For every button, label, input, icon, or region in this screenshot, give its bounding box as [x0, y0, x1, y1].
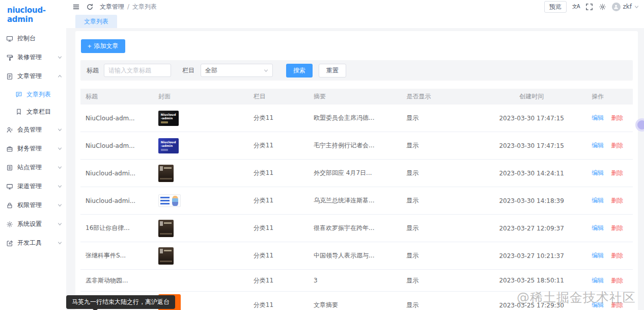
edit-square-icon [6, 240, 13, 247]
article-table: 标题封面栏目摘要是否显示创建时间操作 NiuCloud-adm...Niuclo… [80, 89, 633, 310]
article-list-card: + 添加文章 标题 栏目 全部 搜索 重置 标题封面栏目摘要是否显示创建时间操作… [75, 31, 638, 310]
chevron-down-icon [634, 5, 639, 9]
sidebar-item-channel[interactable]: 渠道管理 [0, 177, 66, 196]
article-visible-status: 显示 [401, 224, 471, 232]
sidebar-item-console[interactable]: 控制台 [0, 29, 66, 48]
article-created-time: 2023-03-30 17:47:15 [471, 142, 586, 149]
edit-link[interactable]: 编辑 [592, 169, 604, 176]
chevron-down-icon [58, 165, 62, 170]
language-icon[interactable]: 文A [572, 3, 580, 10]
table-row: Niucloud-admi...分类11外交部回应 4月7日...显示2023-… [80, 160, 633, 187]
table-header-cell: 栏目 [248, 92, 309, 101]
edit-link[interactable]: 编辑 [592, 114, 604, 121]
operations-cell: 编辑删除 [586, 114, 633, 122]
delete-link[interactable]: 删除 [611, 142, 623, 149]
delete-link[interactable]: 删除 [611, 252, 623, 259]
settings-gear-icon[interactable] [599, 3, 606, 11]
main-content: + 添加文章 标题 栏目 全部 搜索 重置 标题封面栏目摘要是否显示创建时间操作… [66, 28, 644, 310]
article-cover-image: Niucloud-admin [158, 138, 179, 153]
delete-link[interactable]: 删除 [611, 197, 623, 204]
sidebar-item-label: 财务管理 [17, 144, 58, 153]
chevron-down-icon [58, 184, 62, 189]
article-category: 分类11 [248, 169, 309, 177]
sidebar-item-article[interactable]: 文章管理 [0, 67, 66, 86]
sidebar-item-system[interactable]: 系统设置 [0, 215, 66, 234]
article-title: NiuCloud-adm... [80, 115, 153, 122]
add-article-label: 添加文章 [94, 42, 119, 50]
table-row: 张继科事件S...分类11中国领导人表示愿与...显示2023-03-27 10… [80, 242, 633, 270]
article-cover-image [158, 220, 174, 237]
article-category: 分类11 [248, 196, 309, 205]
sidebar-item-article-list[interactable]: 文章列表 [0, 86, 66, 103]
edit-link[interactable]: 编辑 [592, 142, 604, 149]
article-title: 张继科事件S... [80, 251, 153, 260]
sidebar: niucloud-admin 控制台 装修管理 文章管理 文章列表 文章栏目 会… [0, 0, 66, 310]
delete-link[interactable]: 删除 [611, 277, 623, 284]
sidebar-item-label: 文章管理 [17, 72, 58, 81]
sidebar-item-label: 会员管理 [17, 125, 58, 134]
table-header-cell: 标题 [80, 92, 153, 101]
edit-link[interactable]: 编辑 [592, 224, 604, 231]
tooltip: 马英九一行结束大陆之行，离沪返台 [66, 295, 175, 309]
username: zkf [623, 3, 632, 10]
document-icon [6, 73, 13, 80]
sidebar-item-devtools[interactable]: 开发工具 [0, 234, 66, 252]
table-row: NiuCloud-adm...Niucloud-admin分类11欧盟委员会主席… [80, 105, 633, 132]
sidebar-item-article-category[interactable]: 文章栏目 [0, 103, 66, 120]
article-title: Niucloud-admi... [80, 170, 153, 177]
article-created-time: 2023-03-27 12:09:37 [471, 225, 586, 232]
delete-link[interactable]: 删除 [611, 114, 623, 121]
sidebar-item-label: 文章栏目 [26, 108, 62, 116]
add-article-button[interactable]: + 添加文章 [81, 39, 125, 53]
article-visible-status: 显示 [401, 114, 471, 122]
article-cover-image [158, 247, 174, 265]
breadcrumb-separator: / [127, 3, 129, 10]
article-visible-status: 显示 [401, 196, 471, 205]
title-filter-label: 标题 [87, 66, 99, 75]
sidebar-item-finance[interactable]: 财务管理 [0, 139, 66, 158]
fullscreen-icon[interactable] [585, 3, 593, 11]
collapse-menu-icon[interactable] [72, 3, 80, 11]
refresh-icon[interactable] [86, 3, 94, 11]
tab-article-list[interactable]: 文章列表 [75, 15, 117, 28]
article-created-time: 2023-03-30 14:18:39 [471, 197, 586, 204]
cover-cell: Niucloud-admin [153, 111, 248, 126]
edit-link[interactable]: 编辑 [592, 197, 604, 204]
article-summary: 3 [309, 277, 401, 284]
edit-link[interactable]: 编辑 [592, 252, 604, 259]
edit-link[interactable]: 编辑 [592, 301, 604, 308]
breadcrumb-current: 文章列表 [132, 3, 157, 11]
preview-button[interactable]: 预览 [544, 1, 567, 13]
top-header: 文章管理 / 文章列表 预览 文A zkf [66, 0, 644, 13]
user-icon [6, 126, 13, 134]
article-cover-image [158, 165, 174, 182]
column-filter-select[interactable]: 全部 [201, 64, 273, 77]
chevron-down-icon [58, 146, 62, 151]
reset-button[interactable]: 重置 [319, 64, 346, 77]
article-summary: 欧盟委员会主席冯德... [309, 114, 401, 122]
sidebar-item-member[interactable]: 会员管理 [0, 120, 66, 139]
delete-link[interactable]: 删除 [611, 301, 623, 308]
sidebar-item-decoration[interactable]: 装修管理 [0, 48, 66, 67]
user-menu[interactable]: zkf [612, 3, 639, 11]
article-title: 16部让你自律... [80, 224, 153, 232]
column-filter-value: 全部 [205, 66, 217, 75]
sidebar-item-label: 装修管理 [17, 53, 58, 62]
table-row: NiuCloud-adm...Niucloud-admin分类11毛宁主持例行记… [80, 132, 633, 160]
article-visible-status: 显示 [401, 251, 471, 260]
edit-link[interactable]: 编辑 [592, 277, 604, 284]
chevron-down-icon [58, 241, 62, 245]
delete-link[interactable]: 删除 [611, 224, 623, 231]
delete-link[interactable]: 删除 [611, 169, 623, 176]
sidebar-item-label: 开发工具 [17, 239, 58, 247]
sidebar-item-permission[interactable]: 权限管理 [0, 196, 66, 215]
article-category: 分类11 [248, 251, 309, 260]
operations-cell: 编辑删除 [586, 251, 633, 260]
screen-icon [6, 183, 13, 190]
sidebar-item-site[interactable]: 站点管理 [0, 158, 66, 177]
search-button[interactable]: 搜索 [286, 64, 313, 77]
title-filter-input[interactable] [104, 64, 171, 77]
chevron-down-icon [58, 222, 62, 226]
app-logo: niucloud-admin [0, 0, 66, 29]
breadcrumb-parent[interactable]: 文章管理 [100, 3, 124, 11]
